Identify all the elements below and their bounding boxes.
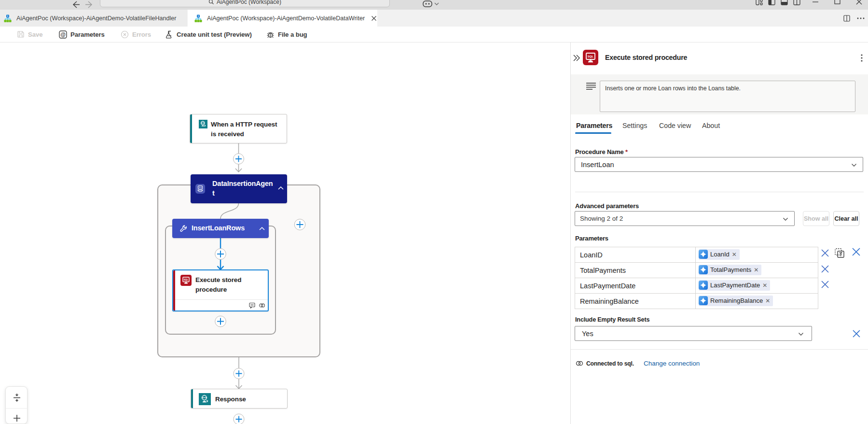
svg-text:SQL: SQL bbox=[588, 55, 594, 58]
svg-text:@: @ bbox=[60, 31, 66, 37]
svg-text:SQL: SQL bbox=[184, 279, 189, 281]
